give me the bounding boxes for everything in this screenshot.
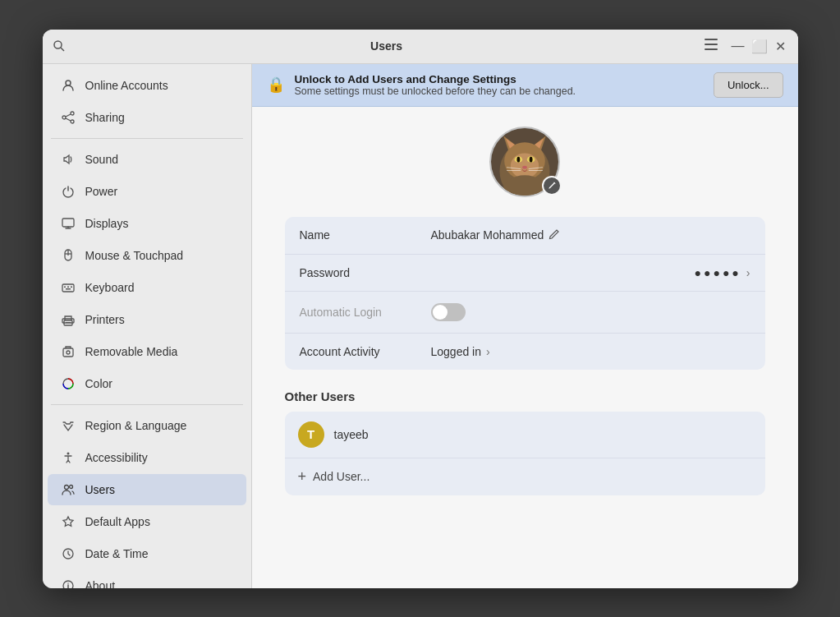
users-icon bbox=[61, 482, 76, 497]
sidebar-item-about[interactable]: About bbox=[48, 570, 246, 588]
sound-icon bbox=[61, 152, 76, 167]
add-user-row[interactable]: + Add User... bbox=[285, 458, 765, 495]
password-row[interactable]: Password ●●●●● › bbox=[285, 255, 765, 292]
user-name-tayeeb: tayeeb bbox=[334, 428, 369, 441]
user-avatar-tayeeb: T bbox=[298, 421, 324, 448]
main-layout: Online Accounts Sharing Sound Power bbox=[43, 64, 798, 588]
sidebar-label-mouse-touchpad: Mouse & Touchpad bbox=[85, 249, 184, 262]
sidebar-divider-1 bbox=[51, 138, 243, 139]
svg-line-9 bbox=[66, 114, 71, 117]
svg-rect-18 bbox=[71, 286, 72, 288]
add-user-label: Add User... bbox=[313, 470, 370, 483]
sidebar-item-date-time[interactable]: Date & Time bbox=[48, 538, 246, 569]
svg-point-45 bbox=[522, 165, 527, 168]
svg-point-27 bbox=[64, 485, 68, 489]
account-activity-chevron-icon: › bbox=[486, 345, 490, 358]
sidebar-divider-2 bbox=[51, 404, 243, 405]
name-label: Name bbox=[300, 228, 431, 242]
sidebar-label-printers: Printers bbox=[85, 313, 125, 326]
sidebar-item-default-apps[interactable]: Default Apps bbox=[48, 506, 246, 537]
star-icon bbox=[61, 514, 76, 529]
other-users-title: Other Users bbox=[285, 389, 765, 403]
menu-icon[interactable] bbox=[705, 39, 718, 53]
sidebar-label-removable-media: Removable Media bbox=[85, 345, 178, 358]
sidebar-label-sharing: Sharing bbox=[85, 111, 125, 124]
name-row[interactable]: Name Abubakar Mohammed bbox=[285, 217, 765, 255]
sidebar-item-displays[interactable]: Displays bbox=[48, 208, 246, 239]
display-icon bbox=[61, 216, 76, 231]
close-button[interactable]: ✕ bbox=[773, 39, 788, 53]
add-user-icon: + bbox=[298, 468, 307, 486]
svg-line-1 bbox=[61, 48, 64, 51]
sidebar-label-region-language: Region & Language bbox=[85, 419, 187, 432]
sidebar-item-sharing[interactable]: Sharing bbox=[48, 102, 246, 133]
sidebar-item-sound[interactable]: Sound bbox=[48, 144, 246, 175]
avatar-edit-button[interactable] bbox=[542, 176, 562, 196]
svg-rect-22 bbox=[66, 322, 71, 323]
sidebar-label-sound: Sound bbox=[85, 153, 118, 166]
sidebar-label-default-apps: Default Apps bbox=[85, 515, 150, 528]
sidebar-label-keyboard: Keyboard bbox=[85, 281, 135, 294]
banner-title: Unlock to Add Users and Change Settings bbox=[295, 73, 704, 85]
avatar-section bbox=[488, 127, 562, 197]
settings-window: Users — ⬜ ✕ Online Ac bbox=[43, 30, 798, 588]
svg-rect-2 bbox=[705, 39, 718, 40]
search-icon bbox=[53, 39, 66, 53]
svg-rect-15 bbox=[62, 284, 74, 292]
svg-rect-19 bbox=[66, 288, 71, 290]
search-area[interactable] bbox=[53, 39, 69, 53]
sidebar-item-region-language[interactable]: Region & Language bbox=[48, 410, 246, 441]
account-activity-value-area: Logged in › bbox=[431, 345, 750, 358]
svg-point-26 bbox=[67, 452, 69, 454]
maximize-button[interactable]: ⬜ bbox=[752, 39, 767, 53]
password-label: Password bbox=[300, 266, 431, 279]
name-edit-icon[interactable] bbox=[549, 228, 560, 242]
color-icon bbox=[61, 376, 76, 391]
sidebar-label-accessibility: Accessibility bbox=[85, 451, 148, 464]
banner-subtitle: Some settings must be unlocked before th… bbox=[295, 85, 704, 97]
sidebar-item-keyboard[interactable]: Keyboard bbox=[48, 272, 246, 303]
password-dots: ●●●●● bbox=[431, 266, 741, 279]
account-activity-row[interactable]: Account Activity Logged in › bbox=[285, 334, 765, 370]
password-value-area: ●●●●● › bbox=[431, 266, 750, 279]
name-value-area: Abubakar Mohammed bbox=[431, 228, 750, 242]
svg-rect-23 bbox=[63, 348, 73, 357]
svg-point-28 bbox=[69, 485, 72, 488]
unlock-button[interactable]: Unlock... bbox=[714, 72, 783, 98]
name-value: Abubakar Mohammed bbox=[431, 228, 544, 242]
user-row-tayeeb[interactable]: T tayeeb bbox=[285, 412, 765, 458]
window-title: Users bbox=[69, 39, 705, 53]
sidebar-item-printers[interactable]: Printers bbox=[48, 304, 246, 335]
mouse-icon bbox=[61, 248, 76, 263]
other-users-card: T tayeeb + Add User... bbox=[285, 412, 765, 495]
svg-point-44 bbox=[530, 156, 533, 162]
titlebar: Users — ⬜ ✕ bbox=[43, 30, 798, 64]
svg-point-24 bbox=[67, 351, 70, 354]
sidebar-item-users[interactable]: Users bbox=[48, 474, 246, 505]
user-info-card: Name Abubakar Mohammed Password ●●●●● bbox=[285, 217, 765, 370]
accessibility-icon bbox=[61, 450, 76, 465]
media-icon bbox=[61, 344, 76, 359]
sidebar-item-color[interactable]: Color bbox=[48, 368, 246, 399]
unlock-banner: 🔒 Unlock to Add Users and Change Setting… bbox=[252, 64, 798, 107]
main-content: 🔒 Unlock to Add Users and Change Setting… bbox=[252, 64, 798, 588]
svg-rect-4 bbox=[705, 48, 718, 50]
power-icon bbox=[61, 184, 76, 199]
automatic-login-row: Automatic Login bbox=[285, 292, 765, 334]
account-activity-label: Account Activity bbox=[300, 345, 431, 358]
svg-point-7 bbox=[62, 116, 66, 119]
sidebar-item-online-accounts[interactable]: Online Accounts bbox=[48, 70, 246, 101]
sidebar-item-power[interactable]: Power bbox=[48, 176, 246, 207]
keyboard-icon bbox=[61, 280, 76, 295]
printer-icon bbox=[61, 312, 76, 327]
sidebar-label-color: Color bbox=[85, 377, 112, 390]
sidebar-label-users: Users bbox=[85, 483, 116, 496]
sidebar-item-mouse-touchpad[interactable]: Mouse & Touchpad bbox=[48, 240, 246, 271]
svg-rect-3 bbox=[705, 44, 718, 45]
region-icon bbox=[61, 418, 76, 433]
automatic-login-toggle[interactable] bbox=[431, 303, 466, 321]
sidebar-item-removable-media[interactable]: Removable Media bbox=[48, 336, 246, 367]
content-inner: Name Abubakar Mohammed Password ●●●●● bbox=[252, 107, 798, 515]
sidebar-item-accessibility[interactable]: Accessibility bbox=[48, 442, 246, 473]
minimize-button[interactable]: — bbox=[731, 39, 746, 53]
